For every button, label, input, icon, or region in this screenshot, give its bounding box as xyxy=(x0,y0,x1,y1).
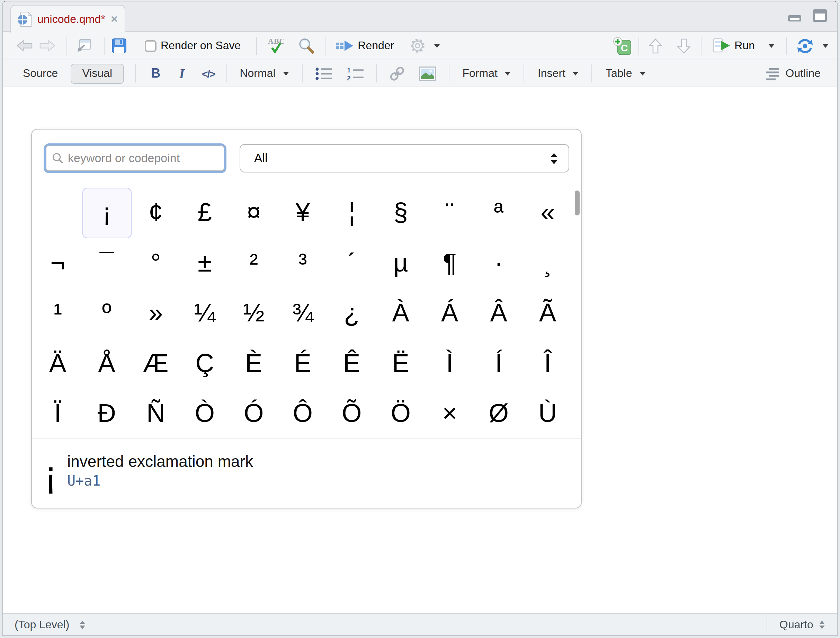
character-cell[interactable]: Ï xyxy=(33,388,82,439)
character-cell[interactable]: ¹ xyxy=(33,288,82,338)
inline-code-button[interactable]: </> xyxy=(202,68,215,79)
find-replace-icon[interactable] xyxy=(297,37,315,54)
bullet-list-icon[interactable] xyxy=(315,66,332,81)
source-rerun-caret[interactable] xyxy=(823,44,828,47)
character-cell[interactable]: ¡ xyxy=(82,188,131,238)
render-on-save-toggle[interactable]: Render on Save xyxy=(145,39,241,52)
character-cell[interactable]: ¶ xyxy=(425,238,474,288)
character-cell[interactable]: ª xyxy=(474,188,524,238)
character-cell[interactable]: É xyxy=(278,338,328,388)
link-icon[interactable] xyxy=(388,65,406,82)
run-previous-icon[interactable] xyxy=(649,38,662,54)
character-cell[interactable]: Ö xyxy=(376,388,426,439)
character-cell[interactable]: Ç xyxy=(180,338,230,388)
character-cell[interactable]: Î xyxy=(523,338,572,388)
character-cell[interactable]: Ô xyxy=(278,388,328,439)
character-cell[interactable]: ¿ xyxy=(327,288,376,338)
forward-icon[interactable] xyxy=(39,39,55,52)
character-cell[interactable]: Ù xyxy=(523,388,572,439)
table-menu[interactable]: Table xyxy=(606,67,646,80)
bold-button[interactable]: B xyxy=(151,66,160,81)
character-cell[interactable]: Ë xyxy=(376,338,426,388)
run-next-icon[interactable] xyxy=(677,38,690,54)
character-cell[interactable]: ½ xyxy=(229,288,278,338)
paragraph-style-dropdown[interactable]: Normal xyxy=(240,67,289,80)
character-cell[interactable]: Æ xyxy=(131,338,180,388)
character-cell[interactable]: º xyxy=(82,288,131,338)
insert-chunk-icon[interactable]: C xyxy=(613,36,631,55)
character-cell[interactable]: ´ xyxy=(327,238,376,288)
visual-mode-button[interactable]: Visual xyxy=(70,63,124,84)
render-on-save-checkbox[interactable] xyxy=(145,40,156,52)
render-button[interactable]: Render xyxy=(336,39,394,53)
scope-selector[interactable]: (Top Level) xyxy=(14,618,85,631)
tab-close-icon[interactable]: × xyxy=(111,13,118,25)
character-cell[interactable]: Å xyxy=(82,338,131,388)
run-button[interactable]: Run xyxy=(712,38,774,53)
save-icon[interactable] xyxy=(112,38,127,53)
character-cell[interactable]: £ xyxy=(180,188,230,238)
minimize-pane-icon[interactable] xyxy=(787,9,803,22)
character-cell[interactable]: Õ xyxy=(327,388,376,439)
character-cell[interactable]: Ã xyxy=(523,288,572,338)
character-cell[interactable]: Ä xyxy=(33,338,82,388)
character-cell[interactable]: Ð xyxy=(82,388,131,439)
open-new-window-icon[interactable] xyxy=(76,38,92,53)
svg-text:1: 1 xyxy=(347,66,351,73)
character-cell[interactable]: Ò xyxy=(180,388,230,439)
source-mode-button[interactable]: Source xyxy=(23,67,58,80)
render-settings-gear-icon[interactable] xyxy=(409,38,426,54)
italic-button[interactable]: I xyxy=(179,65,185,81)
character-cell[interactable]: Ø xyxy=(474,388,524,439)
char-search-input[interactable] xyxy=(64,152,218,165)
character-cell[interactable]: È xyxy=(229,338,278,388)
character-cell[interactable]: ¢ xyxy=(131,188,180,238)
back-icon[interactable] xyxy=(17,39,33,52)
character-cell[interactable]: ¨ xyxy=(425,188,474,238)
character-cell[interactable]: ¸ xyxy=(523,238,572,288)
character-cell[interactable]: § xyxy=(376,188,426,238)
character-cell[interactable]: Í xyxy=(474,338,524,388)
character-cell[interactable]: × xyxy=(425,388,474,439)
character-cell[interactable]: Ì xyxy=(425,338,474,388)
grid-scrollbar-thumb[interactable] xyxy=(575,191,579,215)
tab-unicode-qmd[interactable]: unicode.qmd* × xyxy=(10,5,125,33)
character-cell[interactable]: À xyxy=(376,288,426,338)
render-label: Render xyxy=(358,39,394,52)
numbered-list-icon[interactable]: 1 2 xyxy=(347,66,364,81)
format-toolbar: Source Visual B I </> Normal 1 2 xyxy=(3,60,837,87)
format-menu[interactable]: Format xyxy=(463,67,511,80)
character-cell[interactable]: Â xyxy=(474,288,524,338)
character-cell[interactable]: Á xyxy=(425,288,474,338)
character-cell[interactable]: ² xyxy=(229,238,278,288)
character-cell[interactable]: ° xyxy=(131,238,180,288)
character-cell[interactable]: ³ xyxy=(278,238,328,288)
character-cell[interactable]: Ó xyxy=(229,388,278,439)
source-rerun-icon[interactable] xyxy=(796,38,814,54)
maximize-pane-icon[interactable] xyxy=(812,9,827,22)
char-category-select[interactable]: All xyxy=(240,144,569,172)
character-cell[interactable]: ¾ xyxy=(278,288,328,338)
render-settings-caret[interactable] xyxy=(434,44,440,47)
character-cell[interactable]: Ñ xyxy=(131,388,180,439)
character-cell[interactable] xyxy=(33,188,82,238)
image-icon[interactable] xyxy=(419,66,436,81)
character-cell[interactable]: Ê xyxy=(327,338,376,388)
character-cell[interactable]: ¬ xyxy=(33,238,82,288)
outline-toggle[interactable]: Outline xyxy=(766,67,821,80)
character-cell[interactable]: ¥ xyxy=(278,188,328,238)
character-cell[interactable]: µ xyxy=(376,238,426,288)
character-cell[interactable]: » xyxy=(131,288,180,338)
run-caret[interactable] xyxy=(769,44,774,47)
character-cell[interactable]: ¤ xyxy=(229,188,278,238)
insert-menu[interactable]: Insert xyxy=(538,67,579,80)
char-preview-panel: ¡ inverted exclamation mark U+a1 xyxy=(32,438,581,508)
character-cell[interactable]: ¦ xyxy=(327,188,376,238)
character-cell[interactable]: ± xyxy=(180,238,230,288)
character-cell[interactable]: ¯ xyxy=(82,238,131,288)
spellcheck-icon[interactable]: ABC xyxy=(266,37,288,55)
character-cell[interactable]: « xyxy=(523,188,572,238)
doc-format-selector[interactable]: Quarto xyxy=(767,614,837,635)
character-cell[interactable]: · xyxy=(474,238,524,288)
character-cell[interactable]: ¼ xyxy=(180,288,230,338)
